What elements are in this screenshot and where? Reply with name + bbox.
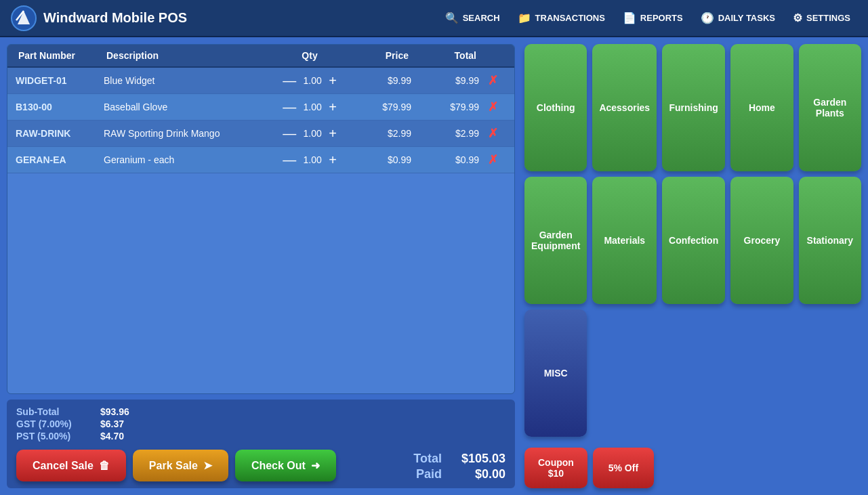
table-row: WIDGET-01 Blue Widget — 1.00 + $9.99 $9.… [7,68,514,94]
daily-tasks-button[interactable]: 🕐 DAILY TASKS [694,7,782,28]
col-header-partnumber: Part Number [16,50,104,61]
qty-cell: — 1.00 + [276,100,344,114]
subtotal-value: $93.96 [100,406,129,417]
delete-cell: ✗ [479,100,506,114]
category-misc-button[interactable]: MISC [524,309,587,437]
reports-button[interactable]: 📄 REPORTS [616,7,690,28]
category-materials-button[interactable]: Materials [592,177,657,304]
qty-plus-button[interactable]: + [327,100,338,114]
search-button[interactable]: 🔍 SEARCH [438,7,507,28]
right-panel: ClothingAcessoriesFurnishingHomeGarden P… [522,37,868,495]
gst-value: $6.37 [100,418,124,429]
total-label: Total [413,452,442,466]
checkout-button[interactable]: Check Out ➜ [235,450,336,481]
total-cell: $2.99 [411,128,479,139]
delete-cell: ✗ [479,126,506,141]
qty-value: 1.00 [300,154,325,165]
part-number-cell: GERAN-EA [16,154,104,165]
gst-label: GST (7.00%) [16,418,91,429]
category-stationary-button[interactable]: Stationary [799,177,861,304]
pst-label: PST (5.00%) [16,431,91,442]
total-cell: $79.99 [411,102,479,112]
qty-plus-button[interactable]: + [327,127,338,140]
category-garden-plants-button[interactable]: Garden Plants [799,44,861,171]
cancel-sale-button[interactable]: Cancel Sale 🗑 [16,450,126,481]
price-cell: $9.99 [344,75,411,86]
delete-row-button[interactable]: ✗ [488,152,498,167]
coupon-area: Coupon $105% Off [524,442,861,488]
summary-right: Total $105.03 Paid $0.00 [413,452,505,481]
qty-plus-button[interactable]: + [327,74,338,87]
pst-value: $4.70 [100,431,124,442]
category-garden-equipment-button[interactable]: Garden Equipment [524,177,587,304]
part-number-cell: WIDGET-01 [16,75,104,86]
subtotal-label: Sub-Total [16,406,91,417]
total-cell: $0.99 [411,154,479,165]
category-grid: ClothingAcessoriesFurnishingHomeGarden P… [524,44,861,437]
price-cell: $79.99 [344,102,411,112]
col-header-qty: Qty [276,50,344,61]
total-value: $105.03 [451,452,505,466]
qty-minus-button[interactable]: — [281,74,297,87]
qty-cell: — 1.00 + [276,153,344,167]
qty-value: 1.00 [300,102,325,112]
settings-button[interactable]: ⚙ SETTINGS [786,7,857,28]
gst-row: GST (7.00%) $6.37 [16,418,336,429]
col-header-total: Total [411,50,479,61]
paid-label: Paid [416,467,442,481]
checkout-arrow-icon: ➜ [311,459,320,472]
description-cell: Baseball Glove [104,102,276,112]
main-layout: Part Number Description Qty Price Total … [0,37,868,495]
description-cell: Geranium - each [104,154,276,165]
coupon-coupon10-button[interactable]: Coupon $10 [524,448,587,488]
folder-icon: 📁 [518,12,531,24]
price-cell: $2.99 [344,128,411,139]
main-navigation: 🔍 SEARCH 📁 TRANSACTIONS 📄 REPORTS 🕐 DAIL… [438,7,857,28]
qty-plus-button[interactable]: + [327,153,338,167]
park-sale-button[interactable]: Park Sale ➤ [133,450,228,481]
category-confection-button[interactable]: Confection [662,177,725,304]
category-clothing-button[interactable]: Clothing [524,44,587,171]
table-header: Part Number Description Qty Price Total [7,45,514,68]
qty-cell: — 1.00 + [276,127,344,140]
part-number-cell: B130-00 [16,102,104,112]
category-grocery-button[interactable]: Grocery [730,177,793,304]
delete-cell: ✗ [479,73,506,88]
transactions-button[interactable]: 📁 TRANSACTIONS [511,7,612,28]
table-row: RAW-DRINK RAW Sporting Drink Mango — 1.0… [7,121,514,147]
price-cell: $0.99 [344,154,411,165]
summary-left: Sub-Total $93.96 GST (7.00%) $6.37 PST (… [16,406,336,481]
action-buttons: Cancel Sale 🗑 Park Sale ➤ Check Out ➜ [16,450,336,481]
arrow-right-icon: ➤ [203,459,212,472]
description-cell: Blue Widget [104,75,276,86]
qty-minus-button[interactable]: — [281,127,297,140]
clock-icon: 🕐 [701,12,714,24]
subtotal-row: Sub-Total $93.96 [16,406,336,417]
description-cell: RAW Sporting Drink Mango [104,128,276,139]
bottom-panel: Sub-Total $93.96 GST (7.00%) $6.37 PST (… [7,400,515,488]
qty-minus-button[interactable]: — [281,100,297,114]
category-accessories-button[interactable]: Acessories [592,44,657,171]
category-home-button[interactable]: Home [730,44,793,171]
left-panel: Part Number Description Qty Price Total … [0,37,522,495]
qty-cell: — 1.00 + [276,74,344,87]
delete-row-button[interactable]: ✗ [488,126,498,141]
table-row: B130-00 Baseball Glove — 1.00 + $79.99 $… [7,94,514,121]
qty-minus-button[interactable]: — [281,153,297,167]
coupon-pct5off-button[interactable]: 5% Off [593,448,654,488]
settings-icon: ⚙ [793,12,802,24]
part-number-cell: RAW-DRINK [16,128,104,139]
qty-value: 1.00 [300,128,325,139]
logo-icon [11,5,37,31]
category-furnishing-button[interactable]: Furnishing [662,44,725,171]
total-cell: $9.99 [411,75,479,86]
delete-row-button[interactable]: ✗ [488,100,498,114]
delete-row-button[interactable]: ✗ [488,73,498,88]
order-table: Part Number Description Qty Price Total … [7,44,515,394]
table-row: GERAN-EA Geranium - each — 1.00 + $0.99 … [7,147,514,173]
pst-row: PST (5.00%) $4.70 [16,431,336,442]
col-header-description: Description [104,50,276,61]
table-body: WIDGET-01 Blue Widget — 1.00 + $9.99 $9.… [7,68,514,173]
search-icon: 🔍 [445,12,459,24]
header: Windward Mobile POS 🔍 SEARCH 📁 TRANSACTI… [0,0,868,37]
